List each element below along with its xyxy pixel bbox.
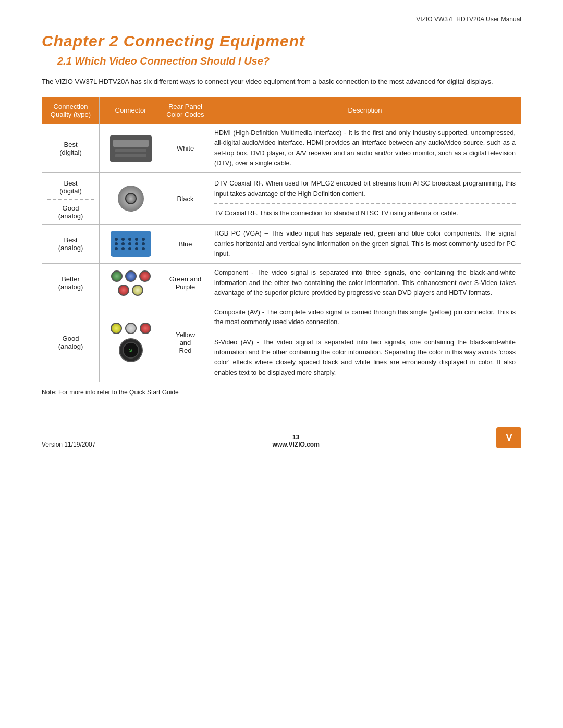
desc-cell-1: HDMI (High-Definition Multimedia Interfa… [209, 124, 521, 173]
header-description: Description [209, 97, 521, 124]
color-cell-5: YellowandRed [162, 303, 209, 382]
quality-cell-5: Good(analog) [42, 303, 100, 382]
connector-cell-4 [100, 264, 162, 303]
quality-cell-3: Best(analog) [42, 225, 100, 264]
color-cell-1: White [162, 124, 209, 173]
vizio-logo: V [496, 427, 521, 448]
table-row: Best(analog) [42, 225, 521, 264]
color-cell-3: Blue [162, 225, 209, 264]
header-connector: Connector [100, 97, 162, 124]
intro-paragraph: The VIZIO VW37L HDTV20A has six differen… [42, 77, 521, 88]
quality-cell-2: Best(digital) Good(analog) [42, 173, 100, 225]
footer-page: 13 www.VIZIO.com [273, 434, 320, 448]
connection-table: Connection Quality (type) Connector Rear… [42, 97, 521, 382]
chapter-title: Chapter 2 Connecting Equipment [42, 32, 521, 50]
quality-cell-4: Better(analog) [42, 264, 100, 303]
section-title: 2.1 Which Video Connection Should I Use? [42, 55, 521, 67]
manual-title: VIZIO VW37L HDTV20A User Manual [42, 16, 521, 23]
table-row: Best(digital) Good(analog) Black DTV Coa… [42, 173, 521, 225]
color-cell-4: Green and Purple [162, 264, 209, 303]
desc-cell-5: Composite (AV) - The complete video sign… [209, 303, 521, 382]
connector-cell-5: S [100, 303, 162, 382]
desc-cell-2: DTV Coaxial RF. When used for MPEG2 enco… [209, 173, 521, 225]
footer: Version 11/19/2007 13 www.VIZIO.com V [42, 427, 521, 448]
connector-cell-3 [100, 225, 162, 264]
desc-cell-4: Component - The video signal is separate… [209, 264, 521, 303]
table-header-row: Connection Quality (type) Connector Rear… [42, 97, 521, 124]
header-color: Rear Panel Color Codes [162, 97, 209, 124]
table-row: Best(digital) White HDMI (High-Definitio… [42, 124, 521, 173]
footer-version: Version 11/19/2007 [42, 441, 95, 448]
note-text: Note: For more info refer to the Quick S… [42, 389, 521, 396]
color-cell-2: Black [162, 173, 209, 225]
table-row: Good(analog) S YellowandRed Composite (A… [42, 303, 521, 382]
connector-cell-1 [100, 124, 162, 173]
connector-cell-2 [100, 173, 162, 225]
table-row: Better(analog) Green and Purple Componen… [42, 264, 521, 303]
header-quality: Connection Quality (type) [42, 97, 100, 124]
quality-cell-1: Best(digital) [42, 124, 100, 173]
desc-cell-3: RGB PC (VGA) – This video input has sepa… [209, 225, 521, 264]
